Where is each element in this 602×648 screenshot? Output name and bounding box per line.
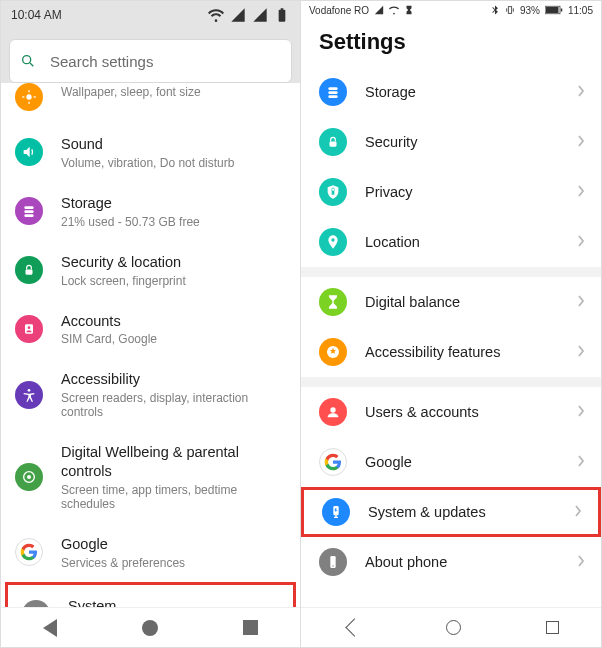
item-title: Sound <box>61 135 234 154</box>
google-g-icon <box>319 448 347 476</box>
right-settings-list: StorageSecurityPrivacyLocationDigital ba… <box>301 67 601 587</box>
svg-rect-7 <box>24 207 33 210</box>
settings-item-storage[interactable]: Storage <box>301 67 601 117</box>
chevron-right-icon <box>577 133 585 151</box>
item-title: Digital Wellbeing & parental controls <box>61 443 286 481</box>
item-subtitle: Lock screen, fingerprint <box>61 274 186 288</box>
updates-icon <box>322 498 350 526</box>
settings-item-location[interactable]: Location <box>301 217 601 267</box>
search-icon <box>20 53 36 69</box>
settings-item-display[interactable]: Wallpaper, sleep, font size <box>1 83 300 123</box>
status-bar: Vodafone RO 93% 11:05 <box>301 1 601 19</box>
item-label: System & updates <box>368 504 556 520</box>
svg-rect-8 <box>24 211 33 214</box>
item-subtitle: SIM Card, Google <box>61 332 157 346</box>
settings-item-about-phone[interactable]: About phone <box>301 537 601 587</box>
settings-item-security-location[interactable]: Security & locationLock screen, fingerpr… <box>1 241 300 300</box>
nav-back-icon[interactable] <box>345 618 363 636</box>
nav-recent-icon[interactable] <box>546 621 559 634</box>
nav-bar <box>1 607 300 647</box>
wellbeing-icon <box>15 463 43 491</box>
chevron-right-icon <box>574 503 582 521</box>
system-icon <box>22 600 50 607</box>
stock-android-settings-pane: 10:04 AM Search settings Wallpaper, slee… <box>1 1 301 647</box>
item-label: About phone <box>365 554 559 570</box>
accounts-icon <box>15 315 43 343</box>
item-subtitle: Screen readers, display, interaction con… <box>61 391 286 419</box>
search-input[interactable]: Search settings <box>9 39 292 83</box>
svg-rect-26 <box>330 141 337 146</box>
svg-point-30 <box>330 407 335 412</box>
nav-home-icon[interactable] <box>446 620 461 635</box>
security-icon <box>319 128 347 156</box>
settings-item-users-accounts[interactable]: Users & accounts <box>301 387 601 437</box>
svg-point-12 <box>28 326 31 329</box>
page-title: Settings <box>301 19 601 67</box>
item-subtitle: 21% used - 50.73 GB free <box>61 215 200 229</box>
settings-item-system-updates[interactable]: System & updates <box>301 487 601 537</box>
svg-rect-25 <box>328 95 337 98</box>
a11y-icon <box>319 338 347 366</box>
item-title: Storage <box>61 194 200 213</box>
status-time: 11:05 <box>568 5 593 16</box>
svg-point-15 <box>27 475 31 479</box>
item-subtitle: Services & preferences <box>61 556 185 570</box>
item-label: Location <box>365 234 559 250</box>
settings-item-accounts[interactable]: AccountsSIM Card, Google <box>1 300 300 359</box>
section-divider <box>301 267 601 277</box>
chevron-right-icon <box>577 233 585 251</box>
google-icon <box>15 538 43 566</box>
settings-item-google[interactable]: GoogleServices & preferences <box>1 523 300 582</box>
signal-icon <box>252 7 268 23</box>
accessibility-icon <box>15 381 43 409</box>
nav-back-icon[interactable] <box>43 619 57 637</box>
chevron-right-icon <box>577 293 585 311</box>
chevron-right-icon <box>577 553 585 571</box>
chevron-right-icon <box>577 183 585 201</box>
about-icon <box>319 548 347 576</box>
section-divider <box>301 377 601 387</box>
emui-settings-pane: Vodafone RO 93% 11:05 Settings StorageSe… <box>301 1 601 647</box>
svg-rect-10 <box>26 270 33 275</box>
item-subtitle: Screen time, app timers, bedtime schedul… <box>61 483 286 511</box>
svg-point-28 <box>331 238 334 241</box>
signal-icon <box>230 7 246 23</box>
item-title: Accounts <box>61 312 157 331</box>
settings-item-security[interactable]: Security <box>301 117 601 167</box>
chevron-right-icon <box>577 343 585 361</box>
storage-icon <box>15 197 43 225</box>
search-placeholder: Search settings <box>50 53 153 70</box>
item-subtitle: Wallpaper, sleep, font size <box>61 85 201 99</box>
sound-icon <box>15 138 43 166</box>
status-carrier: Vodafone RO <box>309 5 369 16</box>
wifi-icon <box>389 5 399 15</box>
settings-item-digital-balance[interactable]: Digital balance <box>301 277 601 327</box>
svg-rect-21 <box>546 7 559 13</box>
settings-item-storage[interactable]: Storage21% used - 50.73 GB free <box>1 182 300 241</box>
item-label: Google <box>365 454 559 470</box>
nav-recent-icon[interactable] <box>243 620 258 635</box>
svg-rect-22 <box>561 9 563 12</box>
security-icon <box>15 256 43 284</box>
settings-item-accessibility-features[interactable]: Accessibility features <box>301 327 601 377</box>
nav-home-icon[interactable] <box>142 620 158 636</box>
bluetooth-icon <box>490 5 500 15</box>
settings-item-digital-wellbeing-parental-controls[interactable]: Digital Wellbeing & parental controlsScr… <box>1 431 300 523</box>
svg-point-2 <box>26 94 31 99</box>
item-title: Security & location <box>61 253 186 272</box>
status-icons <box>208 7 290 23</box>
svg-rect-23 <box>328 87 337 90</box>
settings-item-sound[interactable]: SoundVolume, vibration, Do not disturb <box>1 123 300 182</box>
item-label: Digital balance <box>365 294 559 310</box>
settings-item-google[interactable]: Google <box>301 437 601 487</box>
balance-icon <box>319 288 347 316</box>
status-battery: 93% <box>520 5 540 16</box>
battery-icon <box>274 7 290 23</box>
signal-icon <box>374 5 384 15</box>
status-time: 10:04 AM <box>11 8 62 22</box>
settings-item-accessibility[interactable]: AccessibilityScreen readers, display, in… <box>1 358 300 431</box>
svg-point-13 <box>28 389 31 392</box>
settings-item-privacy[interactable]: Privacy <box>301 167 601 217</box>
item-label: Accessibility features <box>365 344 559 360</box>
settings-item-system[interactable]: SystemLanguages, time, backup, updates <box>5 582 296 607</box>
